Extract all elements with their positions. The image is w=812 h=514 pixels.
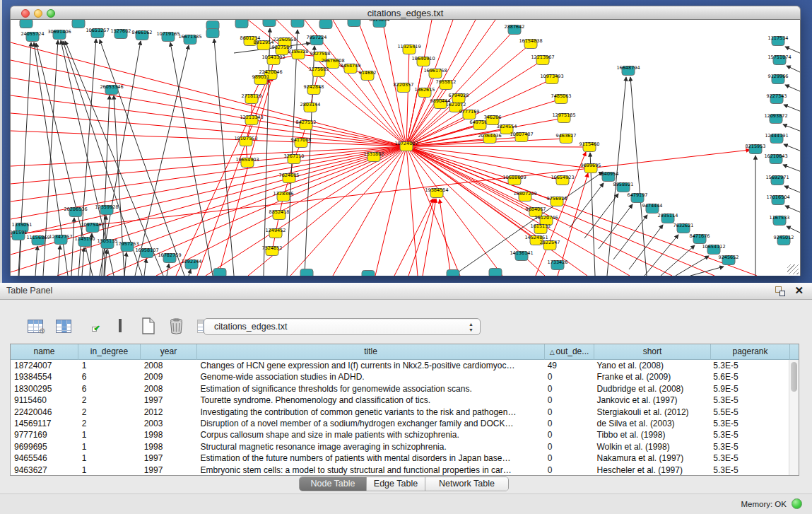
table-cell[interactable]: 5.3E-5 — [710, 441, 789, 452]
graph-node[interactable] — [72, 20, 85, 28]
graph-node[interactable]: 11325419 — [397, 44, 420, 54]
table-row[interactable]: 977716911998Corpus callosum shape and si… — [11, 429, 789, 440]
graph-node[interactable]: 16654923 — [551, 175, 574, 185]
graph-node[interactable]: 3175685 — [309, 66, 329, 77]
table-cell[interactable]: Hescheler et al. (1997) — [594, 465, 710, 476]
graph-node[interactable]: 9474444 — [642, 203, 663, 214]
show-columns-button[interactable] — [54, 317, 73, 335]
graph-edge[interactable] — [11, 78, 406, 146]
graph-node[interactable]: 2887642 — [505, 24, 525, 35]
table-cell[interactable]: 5.9E-5 — [710, 383, 789, 395]
graph-node[interactable]: 8215953 — [746, 144, 766, 154]
graph-node[interactable]: 16648794 — [616, 65, 640, 76]
table-cell[interactable]: 0 — [544, 383, 594, 395]
graph-edge[interactable] — [290, 146, 406, 276]
table-cell[interactable]: 49 — [544, 360, 594, 371]
graph-edge[interactable] — [630, 77, 647, 276]
graph-node[interactable]: 1249452 — [266, 228, 286, 238]
table-row[interactable]: 1456911722003Disruption of a novel membe… — [11, 418, 789, 429]
graph-edge[interactable] — [82, 247, 84, 276]
table-cell[interactable]: 6 — [78, 371, 141, 382]
table-cell[interactable]: Stergiakouli et al. (2012) — [594, 407, 710, 418]
table-cell[interactable]: Wolkin et al. (1998) — [594, 441, 710, 452]
table-cell[interactable]: 5.3E-5 — [710, 395, 789, 406]
table-row[interactable]: 1938455462009Genome-wide association stu… — [11, 371, 789, 382]
table-cell[interactable]: Investigating the contribution of common… — [197, 407, 544, 418]
table-cell[interactable]: 0 — [544, 395, 594, 406]
graph-node[interactable]: 8813054 — [370, 20, 390, 28]
graph-edge[interactable] — [406, 146, 502, 276]
column-header-year[interactable]: year — [141, 344, 197, 360]
graph-node[interactable]: 1733426 — [548, 259, 568, 270]
table-cell[interactable]: 5.3E-5 — [710, 418, 789, 429]
graph-node[interactable]: 1145190 — [75, 236, 95, 247]
close-panel-icon[interactable]: ✕ — [794, 284, 804, 297]
graph-node[interactable]: 24055724 — [20, 31, 44, 42]
table-cell[interactable]: 0 — [544, 407, 594, 418]
table-cell[interactable]: 5.3E-5 — [710, 452, 789, 464]
table-cell[interactable]: 2 — [78, 418, 141, 429]
table-cell[interactable]: Estimation of the future numbers of pati… — [197, 452, 544, 464]
table-selector-dropdown[interactable]: citations_edges.txt ▲▼ — [204, 318, 481, 335]
graph-edge[interactable] — [584, 194, 618, 238]
graph-node[interactable]: 7524852 — [262, 245, 283, 256]
table-cell[interactable]: Structural magnetic resonance image aver… — [197, 441, 544, 452]
tab-network-table[interactable]: Network Table — [425, 477, 508, 491]
scrollbar-thumb[interactable] — [791, 362, 797, 392]
graph-node[interactable]: 15692971 — [765, 175, 789, 185]
graph-node[interactable]: 2718129 — [242, 93, 262, 104]
graph-node[interactable]: 6479197 — [628, 192, 648, 203]
graph-node[interactable]: 10654112 — [702, 244, 725, 255]
graph-edge[interactable] — [18, 42, 31, 276]
graph-node[interactable]: 12975185 — [552, 112, 575, 123]
graph-node[interactable]: 10975487 — [81, 222, 104, 233]
table-cell[interactable]: 2008 — [141, 383, 197, 395]
table-cell[interactable]: 0 — [544, 418, 594, 429]
table-cell[interactable]: 5.5E-5 — [710, 407, 789, 418]
graph-node[interactable]: 8852418 — [269, 209, 290, 220]
graph-node[interactable]: 19654903 — [235, 157, 259, 168]
table-cell[interactable]: 22420046 — [11, 407, 78, 418]
graph-node[interactable] — [213, 269, 226, 276]
graph-edge[interactable] — [785, 85, 801, 92]
graph-node[interactable]: 19384554 — [425, 187, 448, 198]
table-cell[interactable]: 0 — [544, 465, 594, 476]
table-row[interactable]: 911546021997Tourette syndrome. Phenomeno… — [11, 395, 789, 406]
table-row[interactable]: 2242004622012Investigating the contribut… — [11, 407, 789, 418]
table-cell[interactable]: 19384554 — [11, 371, 78, 382]
graph-node[interactable]: 9245652 — [719, 255, 739, 265]
column-header-title[interactable]: title — [197, 344, 545, 360]
graph-edge[interactable] — [785, 206, 801, 213]
graph-node[interactable]: 1615132 — [531, 223, 551, 234]
table-cell[interactable]: 14569117 — [11, 418, 78, 429]
graph-node[interactable]: 9463627 — [556, 133, 577, 144]
graph-node[interactable] — [263, 20, 276, 27]
graph-node[interactable]: 1640954 — [599, 171, 619, 182]
graph-edge[interactable] — [264, 28, 270, 276]
graph-node[interactable]: 12213967 — [531, 54, 554, 65]
graph-node[interactable]: 1527602 — [111, 28, 131, 39]
graph-node[interactable]: 10543392 — [261, 54, 285, 65]
table-cell[interactable]: Corpus callosum shape and size in male p… — [197, 429, 544, 440]
graph-node[interactable]: 16154838 — [519, 38, 542, 49]
table-cell[interactable]: 1 — [78, 429, 141, 440]
graph-node[interactable] — [348, 20, 360, 27]
table-cell[interactable]: 1 — [78, 465, 141, 476]
graph-node[interactable] — [20, 20, 33, 28]
graph-node[interactable] — [206, 29, 219, 38]
table-row[interactable]: 946362711997Embryonic stem cells: a mode… — [11, 465, 789, 476]
graph-edge[interactable] — [144, 259, 146, 276]
graph-edge[interactable] — [784, 105, 801, 112]
graph-node[interactable]: 16671385 — [178, 34, 201, 45]
table-cell[interactable]: 5.6E-5 — [710, 371, 789, 382]
table-cell[interactable]: 1998 — [141, 441, 197, 452]
graph-edge[interactable] — [406, 146, 418, 276]
table-cell[interactable]: 9463627 — [11, 465, 78, 476]
graph-edge[interactable] — [11, 146, 406, 237]
graph-node[interactable]: 26053346 — [100, 84, 123, 95]
graph-node[interactable]: 15751074 — [767, 54, 791, 65]
graph-edge[interactable] — [787, 226, 801, 233]
graph-node[interactable]: 914682 — [359, 70, 377, 81]
graph-edge[interactable] — [406, 146, 589, 147]
table-row[interactable]: 969969511998Structural magnetic resonanc… — [11, 441, 789, 452]
